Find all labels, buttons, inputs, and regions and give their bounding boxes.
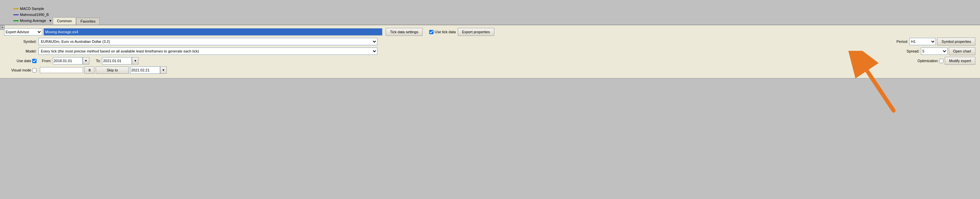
modify-expert-button[interactable]: Modify expert bbox=[945, 57, 975, 65]
moving-avg-icon bbox=[13, 18, 19, 23]
mahmoud-icon bbox=[13, 12, 19, 17]
to-date-group: ▼ bbox=[102, 57, 138, 64]
bottom-area bbox=[0, 78, 980, 155]
use-date-checkbox[interactable] bbox=[32, 59, 37, 63]
period-select[interactable]: H1 bbox=[909, 38, 936, 45]
expert-advisor-dropdown[interactable]: Expert Advisor bbox=[4, 28, 42, 35]
from-date-picker-button[interactable]: ▼ bbox=[83, 57, 89, 64]
symbol-row: Symbol: EURAUDm, Euro vs Australian Doll… bbox=[3, 38, 977, 46]
use-tick-data-checkbox[interactable] bbox=[429, 30, 434, 34]
model-row: Model: Every tick (the most precise meth… bbox=[3, 47, 977, 55]
list-item: Moving Average ▼ bbox=[13, 18, 52, 23]
from-date-group: ▼ bbox=[53, 57, 89, 64]
date-row: Use date From: ▼ To: ▼ Optimization Modi… bbox=[3, 57, 977, 65]
optimization-checkbox[interactable] bbox=[939, 59, 943, 63]
spread-select[interactable]: 5 bbox=[921, 48, 947, 55]
macd-icon bbox=[13, 6, 19, 11]
visual-mode-label[interactable]: Visual mode bbox=[9, 68, 38, 72]
skip-to-button[interactable]: Skip to bbox=[95, 67, 129, 74]
scroll-down-icon[interactable]: ▼ bbox=[49, 19, 52, 22]
pause-button[interactable]: ⏸ bbox=[84, 67, 94, 74]
model-label: Model: bbox=[9, 49, 38, 53]
tick-data-settings-button[interactable]: Tick data settings bbox=[386, 28, 423, 36]
tab-common[interactable]: Common bbox=[53, 17, 76, 25]
symbol-select[interactable]: EURAUDm, Euro vs Australian Dollar (3.2) bbox=[38, 38, 377, 45]
progress-bar bbox=[40, 67, 83, 73]
list-item: Mahmoud1990_B bbox=[13, 12, 52, 17]
indicator-list: MACD Sample Mahmoud1990_B Moving Average… bbox=[13, 6, 52, 23]
list-item-label: Moving Average bbox=[20, 19, 46, 22]
visual-mode-checkbox[interactable] bbox=[32, 68, 37, 72]
list-item-label: Mahmoud1990_B bbox=[20, 13, 49, 17]
optimization-label: Optimization bbox=[918, 59, 938, 63]
use-date-label[interactable]: Use date bbox=[9, 59, 38, 63]
tab-favorites[interactable]: Favorites bbox=[76, 18, 100, 25]
use-tick-data-label[interactable]: Use tick data bbox=[429, 30, 456, 34]
from-label: From: bbox=[42, 59, 51, 63]
skip-date-picker-button[interactable]: ▼ bbox=[160, 67, 167, 74]
skip-date-input[interactable] bbox=[130, 67, 160, 74]
model-select[interactable]: Every tick (the most precise method base… bbox=[38, 48, 377, 55]
list-item: MACD Sample bbox=[13, 6, 52, 11]
expert-advisor-input[interactable] bbox=[43, 28, 382, 35]
expert-properties-button[interactable]: Expert properties bbox=[458, 28, 494, 36]
close-button[interactable]: × bbox=[0, 25, 5, 30]
list-item-label: MACD Sample bbox=[20, 6, 44, 11]
open-chart-button[interactable]: Open chart bbox=[949, 47, 975, 55]
from-date-input[interactable] bbox=[53, 57, 83, 64]
top-panel: MACD Sample Mahmoud1990_B Moving Average… bbox=[0, 0, 980, 25]
spread-label: Spread: bbox=[907, 49, 920, 53]
expert-advisor-row: Expert Advisor Tick data settings Use ti… bbox=[3, 28, 977, 36]
symbol-properties-button[interactable]: Symbol properties bbox=[937, 38, 975, 46]
skip-date-group: ▼ bbox=[130, 67, 167, 74]
symbol-label: Symbol: bbox=[9, 40, 38, 43]
to-date-input[interactable] bbox=[102, 57, 132, 64]
to-date-picker-button[interactable]: ▼ bbox=[132, 57, 138, 64]
period-label: Period: bbox=[896, 40, 908, 43]
main-panel: × Expert Advisor Tick data settings Use … bbox=[0, 25, 980, 78]
to-label: To: bbox=[96, 59, 101, 63]
tabs-bar: Common Favorites bbox=[53, 17, 100, 25]
visual-mode-row: Visual mode ⏸ Skip to ▼ bbox=[3, 67, 977, 74]
